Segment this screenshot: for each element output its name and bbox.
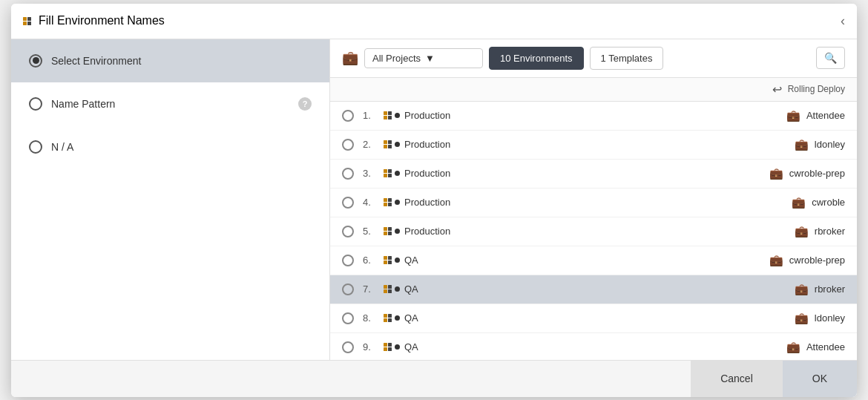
- row-briefcase-icon: 💼: [795, 312, 809, 325]
- row-radio: [342, 226, 354, 237]
- row-radio: [342, 139, 354, 151]
- row-env-name: Production: [404, 168, 501, 179]
- left-panel: Select Environment Name Pattern ? N / A: [11, 39, 330, 360]
- row-radio: [342, 341, 354, 353]
- row-env-grid-icon: [384, 285, 392, 293]
- rolling-deploy-icon: ↩: [772, 82, 782, 96]
- option-name-pattern[interactable]: Name Pattern ?: [11, 82, 329, 125]
- dialog-header: Fill Environment Names ‹: [11, 4, 857, 39]
- row-radio: [342, 255, 354, 266]
- row-radio: [342, 168, 354, 180]
- row-briefcase-icon: 💼: [795, 225, 809, 238]
- help-icon[interactable]: ?: [298, 97, 312, 111]
- row-radio: [342, 283, 354, 295]
- fill-environment-dialog: Fill Environment Names ‹ Select Environm…: [11, 4, 857, 397]
- status-dot: [395, 142, 400, 147]
- row-number: 5.: [363, 226, 384, 237]
- table-row[interactable]: 2. Production 💼 ldonley: [330, 131, 857, 160]
- row-project-name: cwroble-prep: [789, 168, 845, 179]
- row-env-grid-icon: [384, 111, 392, 119]
- table-row[interactable]: 3. Production 💼 cwroble-prep: [330, 160, 857, 188]
- row-project-name: ldonley: [815, 312, 845, 324]
- header-left: Fill Environment Names: [23, 14, 165, 27]
- status-dot: [395, 229, 400, 234]
- row-env-name: QA: [404, 283, 501, 295]
- radio-na: [29, 140, 42, 154]
- dialog-body: Select Environment Name Pattern ? N / A: [11, 39, 857, 360]
- row-project-name: Attendee: [806, 341, 845, 353]
- row-number: 8.: [363, 312, 384, 324]
- cancel-button[interactable]: Cancel: [691, 361, 783, 397]
- status-dot: [395, 200, 400, 205]
- project-dropdown[interactable]: All Projects ▼: [364, 48, 483, 68]
- row-project-name: Attendee: [806, 110, 845, 121]
- row-env-name: Production: [404, 139, 501, 150]
- row-briefcase-icon: 💼: [795, 283, 809, 296]
- status-dot: [395, 286, 400, 292]
- close-button[interactable]: ‹: [841, 13, 845, 29]
- dropdown-arrow-icon: ▼: [425, 53, 435, 64]
- row-briefcase-icon: 💼: [786, 109, 800, 122]
- status-dot: [395, 171, 400, 176]
- toolbar: 💼 All Projects ▼ 10 Environments 1 Templ…: [330, 39, 857, 78]
- row-env-grid-icon: [384, 140, 392, 148]
- briefcase-icon: 💼: [342, 50, 358, 66]
- row-number: 2.: [363, 139, 384, 150]
- row-radio: [342, 312, 354, 324]
- row-project-name: ldonley: [815, 139, 845, 150]
- option-select-environment-label: Select Environment: [51, 55, 141, 67]
- option-name-pattern-inner: Name Pattern: [29, 97, 115, 111]
- row-number: 1.: [363, 110, 384, 121]
- radio-name-pattern: [29, 97, 42, 111]
- dialog-footer: Cancel OK: [11, 360, 857, 397]
- project-dropdown-label: All Projects: [372, 53, 421, 64]
- row-env-name: QA: [404, 255, 501, 266]
- status-dot: [395, 315, 400, 321]
- table-row[interactable]: 9. QA 💼 Attendee: [330, 333, 857, 360]
- row-number: 3.: [363, 168, 384, 179]
- row-briefcase-icon: 💼: [786, 341, 800, 354]
- ok-button[interactable]: OK: [783, 361, 857, 397]
- row-env-name: Production: [404, 110, 501, 121]
- row-project-name: rbroker: [815, 226, 845, 237]
- row-radio: [342, 197, 354, 209]
- row-number: 4.: [363, 197, 384, 208]
- right-panel: 💼 All Projects ▼ 10 Environments 1 Templ…: [330, 39, 857, 360]
- radio-select-environment: [29, 54, 42, 68]
- dialog-title: Fill Environment Names: [39, 14, 165, 27]
- rolling-deploy-bar: ↩ Rolling Deploy: [330, 78, 857, 102]
- table-row[interactable]: 1. Production 💼 Attendee: [330, 102, 857, 131]
- row-briefcase-icon: 💼: [795, 138, 809, 151]
- table-row[interactable]: 4. Production 💼 cwroble: [330, 188, 857, 217]
- table-row[interactable]: 7. QA 💼 rbroker: [330, 275, 857, 304]
- environment-table: 1. Production 💼 Attendee 2.: [330, 102, 857, 360]
- row-env-grid-icon: [384, 227, 392, 235]
- search-button[interactable]: 🔍: [816, 47, 845, 69]
- status-dot: [395, 344, 400, 350]
- row-radio: [342, 110, 354, 122]
- row-env-name: QA: [404, 341, 501, 353]
- row-env-name: Production: [404, 197, 501, 208]
- tab-environments[interactable]: 10 Environments: [489, 47, 584, 70]
- table-row[interactable]: 8. QA 💼 ldonley: [330, 304, 857, 333]
- option-name-pattern-label: Name Pattern: [51, 98, 115, 110]
- row-number: 9.: [363, 341, 384, 353]
- row-env-name: QA: [404, 312, 501, 324]
- rolling-deploy-label: Rolling Deploy: [788, 84, 845, 94]
- option-na[interactable]: N / A: [11, 125, 329, 168]
- row-env-grid-icon: [384, 256, 392, 264]
- row-env-grid-icon: [384, 198, 392, 206]
- row-project-name: rbroker: [815, 283, 845, 295]
- row-env-grid-icon: [384, 169, 392, 177]
- row-env-name: Production: [404, 226, 501, 237]
- table-row[interactable]: 5. Production 💼 rbroker: [330, 217, 857, 246]
- row-briefcase-icon: 💼: [792, 196, 806, 209]
- table-row[interactable]: 6. QA 💼 cwroble-prep: [330, 246, 857, 275]
- option-na-inner: N / A: [29, 140, 73, 154]
- row-env-grid-icon: [384, 314, 392, 322]
- row-briefcase-icon: 💼: [769, 167, 783, 180]
- status-dot: [395, 258, 400, 263]
- option-select-environment[interactable]: Select Environment: [11, 39, 329, 82]
- option-na-label: N / A: [51, 141, 73, 153]
- tab-templates[interactable]: 1 Templates: [590, 47, 664, 70]
